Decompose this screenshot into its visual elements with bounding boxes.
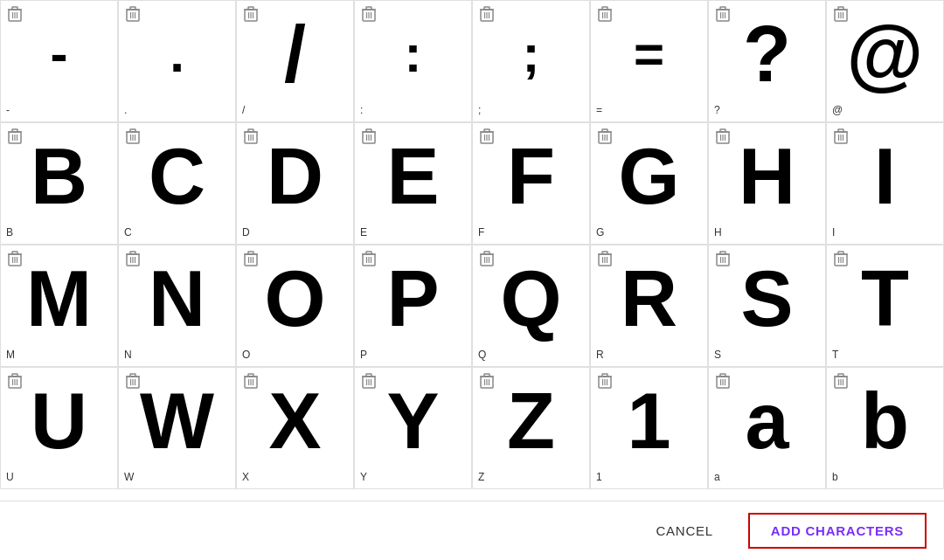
char-label: ;: [478, 104, 481, 118]
trash-icon[interactable]: [244, 251, 258, 270]
trash-icon[interactable]: [716, 128, 730, 148]
trash-icon[interactable]: [834, 251, 848, 270]
svg-rect-134: [720, 252, 725, 254]
trash-icon[interactable]: [126, 128, 140, 148]
svg-rect-164: [366, 374, 371, 377]
svg-rect-140: [838, 252, 843, 254]
trash-icon[interactable]: [244, 373, 258, 392]
trash-icon[interactable]: [362, 128, 376, 148]
char-cell-Z: ZZ: [472, 367, 590, 489]
trash-icon[interactable]: [598, 251, 612, 270]
char-label: P: [360, 349, 367, 363]
char-label: b: [832, 471, 838, 485]
svg-rect-80: [602, 129, 607, 132]
char-cell-P: PP: [354, 245, 472, 367]
char-display: P: [360, 249, 466, 349]
char-label: M: [6, 349, 15, 363]
trash-icon[interactable]: [480, 373, 494, 392]
svg-rect-32: [602, 7, 607, 10]
char-label: @: [832, 104, 843, 118]
char-label: R: [596, 349, 604, 363]
char-label: :: [360, 104, 363, 118]
char-label: .: [124, 104, 127, 118]
trash-icon[interactable]: [480, 128, 494, 148]
svg-rect-182: [720, 374, 725, 377]
char-display: Y: [360, 371, 466, 471]
char-display: U: [6, 371, 112, 471]
trash-icon[interactable]: [480, 6, 494, 25]
char-display: O: [242, 249, 348, 349]
svg-rect-20: [366, 7, 371, 10]
char-cell-R: RR: [590, 245, 708, 367]
trash-icon[interactable]: [598, 6, 612, 25]
trash-icon[interactable]: [244, 128, 258, 148]
char-label: H: [714, 226, 722, 240]
trash-icon[interactable]: [8, 373, 22, 392]
svg-rect-38: [720, 7, 725, 10]
char-display: F: [478, 127, 584, 226]
char-cell-/: //: [236, 0, 354, 122]
svg-rect-74: [484, 129, 489, 132]
char-cell-U: UU: [0, 367, 118, 489]
trash-icon[interactable]: [126, 373, 140, 392]
trash-icon[interactable]: [834, 373, 848, 392]
trash-icon[interactable]: [834, 128, 848, 148]
char-display: Z: [478, 371, 584, 471]
trash-icon[interactable]: [8, 251, 22, 270]
trash-icon[interactable]: [362, 373, 376, 392]
trash-icon[interactable]: [8, 128, 22, 148]
add-characters-button[interactable]: ADD CHARACTERS: [748, 513, 927, 549]
char-label: Y: [360, 471, 367, 485]
char-display: @: [832, 4, 938, 104]
char-label: B: [6, 226, 13, 240]
char-label: Q: [478, 349, 486, 363]
char-cell-O: OO: [236, 245, 354, 367]
trash-icon[interactable]: [126, 6, 140, 25]
svg-rect-146: [12, 374, 17, 377]
char-display: /: [242, 4, 348, 104]
trash-icon[interactable]: [362, 251, 376, 270]
trash-icon[interactable]: [598, 128, 612, 148]
character-grid: -- .. // ::: [0, 0, 944, 489]
char-display: S: [714, 249, 820, 349]
trash-icon[interactable]: [834, 6, 848, 25]
svg-rect-56: [130, 129, 135, 132]
svg-rect-8: [130, 7, 135, 10]
char-cell-a: aa: [708, 367, 826, 489]
svg-rect-62: [248, 129, 253, 132]
trash-icon[interactable]: [480, 251, 494, 270]
svg-rect-116: [366, 252, 371, 254]
svg-rect-176: [602, 374, 607, 377]
char-display: G: [596, 127, 702, 226]
trash-icon[interactable]: [716, 373, 730, 392]
char-cell-;: ;;: [472, 0, 590, 122]
char-cell-I: II: [826, 122, 944, 245]
char-label: D: [242, 226, 250, 240]
svg-rect-170: [484, 374, 489, 377]
svg-rect-14: [248, 7, 253, 10]
char-cell-T: TT: [826, 245, 944, 367]
char-label: N: [124, 349, 132, 363]
svg-rect-44: [838, 7, 843, 10]
trash-icon[interactable]: [126, 251, 140, 270]
trash-icon[interactable]: [8, 6, 22, 25]
trash-icon[interactable]: [716, 251, 730, 270]
trash-icon[interactable]: [716, 6, 730, 25]
char-label: E: [360, 226, 367, 240]
trash-icon[interactable]: [598, 373, 612, 392]
char-label: T: [832, 349, 838, 363]
svg-rect-86: [720, 129, 725, 132]
svg-rect-26: [484, 7, 489, 10]
char-display: R: [596, 249, 702, 349]
char-display: -: [6, 4, 112, 104]
svg-rect-128: [602, 252, 607, 254]
char-cell-E: EE: [354, 122, 472, 245]
trash-icon[interactable]: [244, 6, 258, 25]
cancel-button[interactable]: CANCEL: [638, 515, 730, 547]
char-display: E: [360, 127, 466, 226]
char-display: X: [242, 371, 348, 471]
char-cell-@: @@: [826, 0, 944, 122]
char-label: I: [832, 226, 835, 240]
trash-icon[interactable]: [362, 6, 376, 25]
char-display: D: [242, 127, 348, 226]
